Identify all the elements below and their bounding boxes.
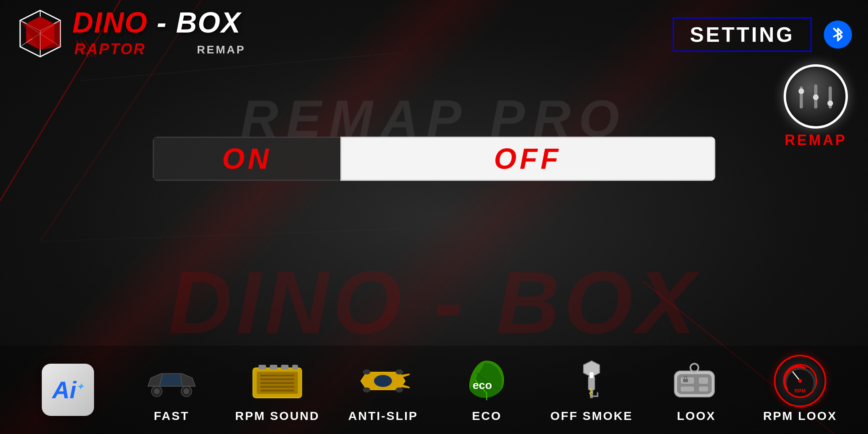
off-smoke-icon-wrapper [563,357,620,405]
nav-item-anti-slip[interactable]: ANTI-SLIP [343,357,423,423]
nav-item-fast[interactable]: FAST [131,357,212,423]
svg-point-38 [374,375,392,387]
anti-slip-icon [355,361,411,401]
header-right: SETTING [673,17,852,52]
anti-slip-label: ANTI-SLIP [348,409,418,423]
svg-rect-30 [270,365,278,369]
svg-rect-17 [798,88,804,94]
svg-rect-32 [293,365,298,369]
logo-area: DINO - BOX RAPTOR REMAP [16,8,246,61]
svg-text:RAPTOR: RAPTOR [74,41,146,57]
svg-text:RPM: RPM [794,388,806,394]
rpm-sound-icon-wrapper [249,357,305,405]
toggle-on-text: ON [222,142,272,175]
setting-button[interactable]: SETTING [673,17,812,52]
svg-rect-29 [259,365,266,369]
raptor-label: RAPTOR [72,39,193,61]
bottom-nav: Ai✦ [0,346,868,434]
svg-rect-33 [260,375,294,377]
svg-rect-19 [813,94,819,100]
svg-rect-52 [680,386,694,392]
off-smoke-icon [565,357,618,405]
svg-point-23 [154,388,160,394]
rpm-gauge-icon: RPM [774,355,826,407]
svg-rect-36 [260,386,294,388]
remap-button-label: REMAP [784,132,847,149]
svg-rect-31 [281,365,289,369]
sub-brand: RAPTOR REMAP [72,39,246,61]
header: DINO - BOX RAPTOR REMAP [0,0,868,69]
fast-icon-wrapper [143,357,200,405]
svg-point-40 [363,387,371,392]
remap-button-area[interactable]: REMAP [784,64,848,149]
toggle-switch[interactable]: ON OFF [153,137,715,181]
ai-text: Ai✦ [52,376,84,404]
ai-icon-wrapper: Ai✦ [40,366,96,414]
svg-text:eco: eco [473,379,492,391]
anti-slip-icon-wrapper [355,357,411,405]
eco-icon-wrapper: eco [459,357,515,405]
nav-item-rpm-look[interactable]: RPM RPM LOOX [760,357,840,423]
brand-name: DINO - BOX [72,8,246,37]
loox-label: LOOX [677,409,716,423]
rpm-sound-icon [249,359,305,403]
toggle-on[interactable]: ON [153,137,340,181]
svg-rect-55 [683,379,688,382]
main-content: DINO - BOX RAPTOR REMAP [0,0,868,434]
ai-icon: Ai✦ [42,364,94,416]
eco-label: ECO [472,409,502,423]
fast-label: FAST [154,409,190,423]
toggle-off-text: OFF [494,142,561,175]
fast-car-icon [143,361,200,401]
svg-rect-51 [698,377,708,384]
svg-point-58 [798,379,802,383]
eco-icon: eco [463,357,511,405]
svg-rect-53 [698,386,708,392]
nav-item-rpm-sound[interactable]: RPM SOUND [235,357,319,423]
rpm-sound-label: RPM SOUND [235,409,319,423]
loox-icon [668,359,725,403]
bluetooth-icon[interactable] [824,20,852,49]
nav-item-ai[interactable]: Ai✦ [28,366,108,414]
logo-text: DINO - BOX RAPTOR REMAP [72,8,246,61]
rpm-look-label: RPM LOOX [763,409,837,423]
loox-icon-wrapper [668,357,725,405]
nav-item-eco[interactable]: eco ECO [446,357,527,423]
rpm-look-icon-wrapper: RPM [772,357,828,405]
svg-rect-46 [590,372,594,378]
svg-point-39 [363,370,371,375]
off-smoke-label: OFF SMOKE [551,409,633,423]
svg-rect-21 [827,100,833,106]
svg-rect-37 [260,389,294,391]
logo-icon [16,8,64,61]
svg-point-42 [396,387,403,392]
svg-rect-35 [260,382,294,384]
nav-item-off-smoke[interactable]: OFF SMOKE [551,357,633,423]
toggle-off[interactable]: OFF [340,137,715,181]
remap-circle[interactable] [784,64,848,129]
svg-rect-34 [260,378,294,380]
remap-label: REMAP [197,43,246,56]
nav-item-loox[interactable]: LOOX [656,357,737,423]
svg-point-25 [184,388,190,394]
svg-point-41 [396,370,403,375]
